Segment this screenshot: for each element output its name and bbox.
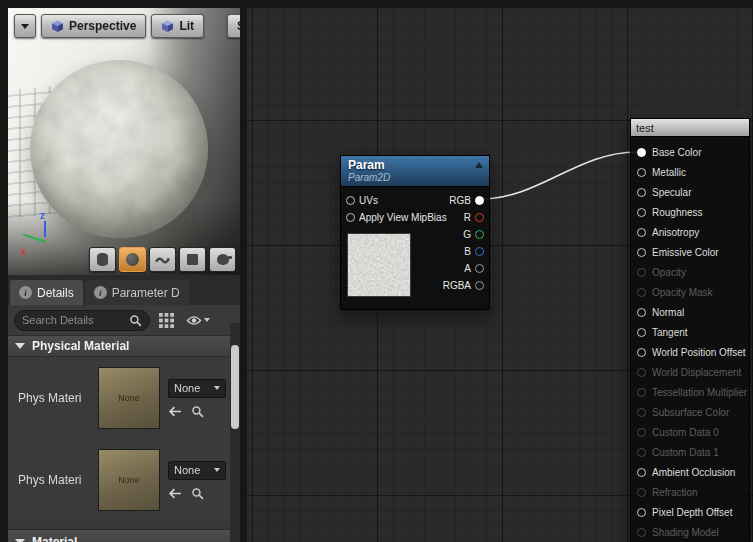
pin-circle[interactable] [637, 228, 646, 237]
texture-preview[interactable] [347, 233, 411, 297]
result-pin-opacity-mask[interactable]: Opacity Mask [631, 282, 749, 302]
result-pin-normal[interactable]: Normal [631, 302, 749, 322]
pin-circle[interactable] [637, 528, 646, 537]
shape-cube-button[interactable] [179, 247, 206, 272]
param-output-a[interactable]: A [443, 260, 484, 277]
use-selected-arrow-icon[interactable] [169, 488, 182, 499]
wire-rgb-to-basecolor[interactable] [481, 152, 637, 199]
result-pin-list: Base ColorMetallicSpecularRoughnessAniso… [631, 137, 749, 542]
result-pin-tangent[interactable]: Tangent [631, 322, 749, 342]
result-pin-ambient-occlusion[interactable]: Ambient Occlusion [631, 462, 749, 482]
pin-circle[interactable] [637, 328, 646, 337]
pin-circle[interactable] [637, 188, 646, 197]
material-thumbnail[interactable]: None [98, 449, 160, 511]
pin-circle[interactable] [637, 508, 646, 517]
result-pin-pixel-depth-offset[interactable]: Pixel Depth Offset [631, 502, 749, 522]
pin-circle[interactable] [637, 268, 646, 277]
pin-circle[interactable] [346, 213, 355, 222]
pin-circle[interactable] [637, 308, 646, 317]
pin-circle[interactable] [637, 448, 646, 457]
result-pin-custom-data-0[interactable]: Custom Data 0 [631, 422, 749, 442]
cube-icon [187, 254, 198, 265]
material-thumbnail[interactable]: None [98, 367, 160, 429]
pin-label: B [464, 246, 471, 257]
phys-material-dropdown[interactable]: None [168, 461, 226, 480]
result-pin-custom-data-1[interactable]: Custom Data 1 [631, 442, 749, 462]
preview-viewport[interactable]: Perspective Lit Show z x [8, 8, 240, 275]
param-output-r[interactable]: R [443, 209, 484, 226]
result-pin-subsurface-color[interactable]: Subsurface Color [631, 402, 749, 422]
browse-magnifier-icon[interactable] [191, 405, 204, 418]
viewport-options-dropdown[interactable] [14, 14, 36, 38]
result-pin-tessellation-multiplier[interactable]: Tessellation Multiplier [631, 382, 749, 402]
result-pin-anisotropy[interactable]: Anisotropy [631, 222, 749, 242]
result-pin-shading-model[interactable]: Shading Model [631, 522, 749, 542]
pin-circle[interactable] [637, 348, 646, 357]
pin-circle[interactable] [475, 247, 484, 256]
result-pin-metallic[interactable]: Metallic [631, 162, 749, 182]
shape-plane-button[interactable] [149, 247, 176, 272]
pin-circle[interactable] [475, 196, 484, 205]
pin-circle[interactable] [637, 428, 646, 437]
result-pin-specular[interactable]: Specular [631, 182, 749, 202]
pin-label: UVs [359, 195, 378, 206]
browse-magnifier-icon[interactable] [191, 487, 204, 500]
shape-sphere-button[interactable] [119, 247, 146, 272]
tab-details[interactable]: i Details [10, 280, 83, 305]
lit-button[interactable]: Lit [151, 14, 204, 38]
result-pin-world-position-offset[interactable]: World Position Offset [631, 342, 749, 362]
result-pin-world-displacement[interactable]: World Displacement [631, 362, 749, 382]
pin-circle[interactable] [346, 196, 355, 205]
view-options-grid-button[interactable] [156, 310, 177, 330]
result-pin-roughness[interactable]: Roughness [631, 202, 749, 222]
phys-material-dropdown[interactable]: None [168, 379, 226, 398]
result-pin-refraction[interactable]: Refraction [631, 482, 749, 502]
pin-circle[interactable] [637, 488, 646, 497]
shape-teapot-button[interactable] [209, 247, 236, 272]
material-graph-canvas[interactable]: Param Param2D UVs Apply View MipBias RGB… [247, 8, 753, 542]
grid-icon [159, 313, 174, 328]
caret-down-icon [214, 468, 220, 472]
show-button[interactable]: Show [227, 14, 240, 38]
param-output-list: RGBRGBARGBA [443, 192, 484, 294]
tab-parameter-defaults[interactable]: i Parameter D [85, 280, 189, 305]
shape-cylinder-button[interactable] [89, 247, 116, 272]
pin-circle[interactable] [637, 408, 646, 417]
param-output-rgba[interactable]: RGBA [443, 277, 484, 294]
pin-circle[interactable] [637, 468, 646, 477]
collapse-arrow-icon[interactable] [475, 162, 483, 168]
use-selected-arrow-icon[interactable] [169, 406, 182, 417]
pin-circle[interactable] [475, 281, 484, 290]
pin-circle[interactable] [475, 230, 484, 239]
param-input-apply-view-mipbias[interactable]: Apply View MipBias [346, 209, 447, 226]
pin-circle[interactable] [637, 168, 646, 177]
pin-circle[interactable] [637, 388, 646, 397]
param-output-g[interactable]: G [443, 226, 484, 243]
lit-mode-icon [161, 20, 174, 33]
param-node-header[interactable]: Param Param2D [341, 156, 489, 187]
node-test[interactable]: test Base ColorMetallicSpecularRoughness… [630, 118, 750, 542]
param-output-rgb[interactable]: RGB [443, 192, 484, 209]
result-pin-emissive-color[interactable]: Emissive Color [631, 242, 749, 262]
details-scrollbar[interactable] [230, 323, 240, 542]
result-node-header[interactable]: test [631, 119, 749, 137]
pin-circle[interactable] [637, 368, 646, 377]
pin-circle[interactable] [637, 148, 646, 157]
result-pin-base-color[interactable]: Base Color [631, 142, 749, 162]
pin-circle[interactable] [637, 208, 646, 217]
pin-circle[interactable] [637, 288, 646, 297]
scrollbar-thumb[interactable] [231, 345, 239, 429]
pin-circle[interactable] [475, 213, 484, 222]
visibility-filter-button[interactable] [183, 310, 213, 330]
param-output-b[interactable]: B [443, 243, 484, 260]
param-input-uvs[interactable]: UVs [346, 192, 378, 209]
search-input[interactable] [22, 314, 129, 326]
pin-circle[interactable] [637, 248, 646, 257]
perspective-button[interactable]: Perspective [41, 14, 146, 38]
node-param[interactable]: Param Param2D UVs Apply View MipBias RGB… [340, 155, 490, 310]
section-physical-material[interactable]: Physical Material [8, 335, 240, 357]
pin-circle[interactable] [475, 264, 484, 273]
section-material[interactable]: Material [8, 529, 240, 542]
result-pin-opacity[interactable]: Opacity [631, 262, 749, 282]
pin-label: Base Color [652, 147, 701, 158]
